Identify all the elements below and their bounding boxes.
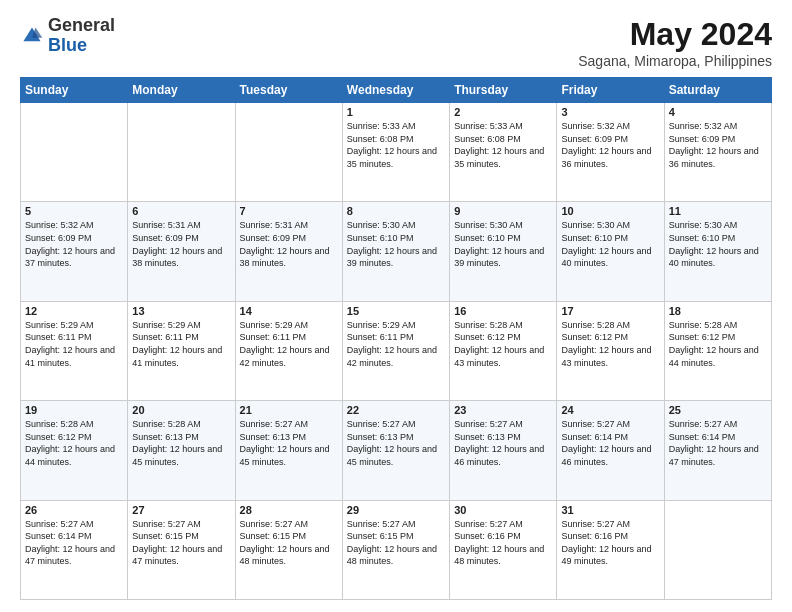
day-number: 13 — [132, 305, 230, 317]
day-info: Sunrise: 5:29 AM Sunset: 6:11 PM Dayligh… — [25, 319, 123, 369]
day-cell: 10Sunrise: 5:30 AM Sunset: 6:10 PM Dayli… — [557, 202, 664, 301]
day-cell: 19Sunrise: 5:28 AM Sunset: 6:12 PM Dayli… — [21, 401, 128, 500]
day-cell: 30Sunrise: 5:27 AM Sunset: 6:16 PM Dayli… — [450, 500, 557, 599]
day-cell: 23Sunrise: 5:27 AM Sunset: 6:13 PM Dayli… — [450, 401, 557, 500]
header: General Blue May 2024 Sagana, Mimaropa, … — [20, 16, 772, 69]
day-number: 14 — [240, 305, 338, 317]
day-cell: 29Sunrise: 5:27 AM Sunset: 6:15 PM Dayli… — [342, 500, 449, 599]
day-number: 18 — [669, 305, 767, 317]
day-number: 8 — [347, 205, 445, 217]
day-number: 28 — [240, 504, 338, 516]
day-info: Sunrise: 5:32 AM Sunset: 6:09 PM Dayligh… — [669, 120, 767, 170]
day-cell: 24Sunrise: 5:27 AM Sunset: 6:14 PM Dayli… — [557, 401, 664, 500]
day-info: Sunrise: 5:31 AM Sunset: 6:09 PM Dayligh… — [132, 219, 230, 269]
day-number: 20 — [132, 404, 230, 416]
day-number: 9 — [454, 205, 552, 217]
day-cell: 21Sunrise: 5:27 AM Sunset: 6:13 PM Dayli… — [235, 401, 342, 500]
week-row-4: 19Sunrise: 5:28 AM Sunset: 6:12 PM Dayli… — [21, 401, 772, 500]
day-cell — [128, 103, 235, 202]
day-number: 25 — [669, 404, 767, 416]
day-cell: 20Sunrise: 5:28 AM Sunset: 6:13 PM Dayli… — [128, 401, 235, 500]
day-info: Sunrise: 5:28 AM Sunset: 6:12 PM Dayligh… — [454, 319, 552, 369]
col-friday: Friday — [557, 78, 664, 103]
logo-blue-text: Blue — [48, 35, 87, 55]
week-row-1: 1Sunrise: 5:33 AM Sunset: 6:08 PM Daylig… — [21, 103, 772, 202]
day-info: Sunrise: 5:30 AM Sunset: 6:10 PM Dayligh… — [669, 219, 767, 269]
day-info: Sunrise: 5:28 AM Sunset: 6:12 PM Dayligh… — [669, 319, 767, 369]
week-row-3: 12Sunrise: 5:29 AM Sunset: 6:11 PM Dayli… — [21, 301, 772, 400]
day-cell: 16Sunrise: 5:28 AM Sunset: 6:12 PM Dayli… — [450, 301, 557, 400]
day-number: 16 — [454, 305, 552, 317]
day-cell — [21, 103, 128, 202]
day-cell: 25Sunrise: 5:27 AM Sunset: 6:14 PM Dayli… — [664, 401, 771, 500]
day-info: Sunrise: 5:27 AM Sunset: 6:14 PM Dayligh… — [561, 418, 659, 468]
day-number: 24 — [561, 404, 659, 416]
day-cell: 12Sunrise: 5:29 AM Sunset: 6:11 PM Dayli… — [21, 301, 128, 400]
col-monday: Monday — [128, 78, 235, 103]
day-cell: 31Sunrise: 5:27 AM Sunset: 6:16 PM Dayli… — [557, 500, 664, 599]
day-number: 31 — [561, 504, 659, 516]
day-info: Sunrise: 5:27 AM Sunset: 6:13 PM Dayligh… — [347, 418, 445, 468]
day-cell — [235, 103, 342, 202]
day-cell: 26Sunrise: 5:27 AM Sunset: 6:14 PM Dayli… — [21, 500, 128, 599]
day-number: 22 — [347, 404, 445, 416]
day-info: Sunrise: 5:27 AM Sunset: 6:13 PM Dayligh… — [454, 418, 552, 468]
logo-general: General — [48, 15, 115, 35]
logo: General Blue — [20, 16, 115, 56]
day-number: 1 — [347, 106, 445, 118]
title-location: Sagana, Mimaropa, Philippines — [578, 53, 772, 69]
day-info: Sunrise: 5:27 AM Sunset: 6:14 PM Dayligh… — [25, 518, 123, 568]
day-info: Sunrise: 5:28 AM Sunset: 6:12 PM Dayligh… — [25, 418, 123, 468]
day-number: 17 — [561, 305, 659, 317]
day-info: Sunrise: 5:33 AM Sunset: 6:08 PM Dayligh… — [347, 120, 445, 170]
day-info: Sunrise: 5:33 AM Sunset: 6:08 PM Dayligh… — [454, 120, 552, 170]
day-info: Sunrise: 5:32 AM Sunset: 6:09 PM Dayligh… — [561, 120, 659, 170]
calendar-table: Sunday Monday Tuesday Wednesday Thursday… — [20, 77, 772, 600]
day-number: 7 — [240, 205, 338, 217]
day-cell: 15Sunrise: 5:29 AM Sunset: 6:11 PM Dayli… — [342, 301, 449, 400]
day-cell: 14Sunrise: 5:29 AM Sunset: 6:11 PM Dayli… — [235, 301, 342, 400]
day-number: 4 — [669, 106, 767, 118]
day-number: 3 — [561, 106, 659, 118]
logo-text: General Blue — [48, 16, 115, 56]
day-info: Sunrise: 5:27 AM Sunset: 6:16 PM Dayligh… — [561, 518, 659, 568]
day-cell: 8Sunrise: 5:30 AM Sunset: 6:10 PM Daylig… — [342, 202, 449, 301]
day-number: 2 — [454, 106, 552, 118]
day-cell: 2Sunrise: 5:33 AM Sunset: 6:08 PM Daylig… — [450, 103, 557, 202]
col-sunday: Sunday — [21, 78, 128, 103]
day-number: 26 — [25, 504, 123, 516]
day-cell: 5Sunrise: 5:32 AM Sunset: 6:09 PM Daylig… — [21, 202, 128, 301]
day-cell: 11Sunrise: 5:30 AM Sunset: 6:10 PM Dayli… — [664, 202, 771, 301]
day-header-row: Sunday Monday Tuesday Wednesday Thursday… — [21, 78, 772, 103]
day-info: Sunrise: 5:27 AM Sunset: 6:16 PM Dayligh… — [454, 518, 552, 568]
day-info: Sunrise: 5:29 AM Sunset: 6:11 PM Dayligh… — [347, 319, 445, 369]
day-cell: 28Sunrise: 5:27 AM Sunset: 6:15 PM Dayli… — [235, 500, 342, 599]
day-info: Sunrise: 5:27 AM Sunset: 6:13 PM Dayligh… — [240, 418, 338, 468]
day-info: Sunrise: 5:27 AM Sunset: 6:15 PM Dayligh… — [347, 518, 445, 568]
week-row-2: 5Sunrise: 5:32 AM Sunset: 6:09 PM Daylig… — [21, 202, 772, 301]
day-number: 11 — [669, 205, 767, 217]
day-number: 5 — [25, 205, 123, 217]
day-info: Sunrise: 5:28 AM Sunset: 6:12 PM Dayligh… — [561, 319, 659, 369]
day-info: Sunrise: 5:30 AM Sunset: 6:10 PM Dayligh… — [561, 219, 659, 269]
day-info: Sunrise: 5:27 AM Sunset: 6:15 PM Dayligh… — [240, 518, 338, 568]
day-info: Sunrise: 5:31 AM Sunset: 6:09 PM Dayligh… — [240, 219, 338, 269]
day-cell: 17Sunrise: 5:28 AM Sunset: 6:12 PM Dayli… — [557, 301, 664, 400]
day-cell: 1Sunrise: 5:33 AM Sunset: 6:08 PM Daylig… — [342, 103, 449, 202]
day-info: Sunrise: 5:30 AM Sunset: 6:10 PM Dayligh… — [454, 219, 552, 269]
day-info: Sunrise: 5:27 AM Sunset: 6:14 PM Dayligh… — [669, 418, 767, 468]
col-tuesday: Tuesday — [235, 78, 342, 103]
col-wednesday: Wednesday — [342, 78, 449, 103]
col-thursday: Thursday — [450, 78, 557, 103]
day-info: Sunrise: 5:29 AM Sunset: 6:11 PM Dayligh… — [240, 319, 338, 369]
day-cell: 18Sunrise: 5:28 AM Sunset: 6:12 PM Dayli… — [664, 301, 771, 400]
day-number: 29 — [347, 504, 445, 516]
day-number: 6 — [132, 205, 230, 217]
day-number: 27 — [132, 504, 230, 516]
day-cell: 7Sunrise: 5:31 AM Sunset: 6:09 PM Daylig… — [235, 202, 342, 301]
day-info: Sunrise: 5:28 AM Sunset: 6:13 PM Dayligh… — [132, 418, 230, 468]
week-row-5: 26Sunrise: 5:27 AM Sunset: 6:14 PM Dayli… — [21, 500, 772, 599]
day-info: Sunrise: 5:27 AM Sunset: 6:15 PM Dayligh… — [132, 518, 230, 568]
day-number: 30 — [454, 504, 552, 516]
day-cell: 22Sunrise: 5:27 AM Sunset: 6:13 PM Dayli… — [342, 401, 449, 500]
